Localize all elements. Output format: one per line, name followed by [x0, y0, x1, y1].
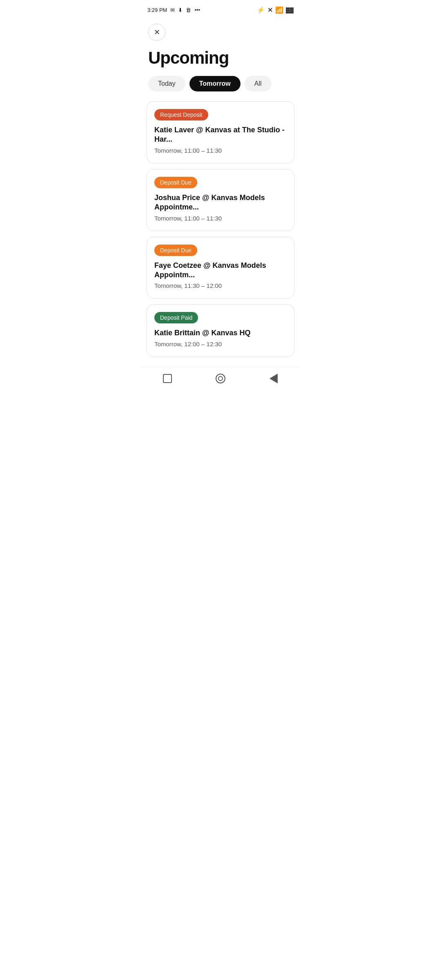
status-bar: 3:29 PM ✉ ⬇ 🗑 ••• ⚡ ✕ 📶 ▓▓: [141, 0, 300, 18]
appointment-card[interactable]: Request Deposit Katie Laver @ Kanvas at …: [147, 101, 294, 163]
status-left: 3:29 PM ✉ ⬇ 🗑 •••: [147, 7, 200, 13]
triangle-icon: [270, 374, 278, 383]
badge-deposit-due-2: Deposit Due: [154, 245, 197, 256]
appointment-title: Katie Brittain @ Kanvas HQ: [154, 328, 287, 338]
filter-tabs: Today Tomorrow All: [141, 76, 300, 101]
appointments-list: Request Deposit Katie Laver @ Kanvas at …: [141, 101, 300, 357]
appointment-time: Tomorrow, 12:00 – 12:30: [154, 341, 287, 347]
close-icon: ✕: [154, 28, 160, 37]
download-icon: ⬇: [178, 7, 183, 13]
appointment-title: Katie Laver @ Kanvas at The Studio - Har…: [154, 125, 287, 145]
appointment-time: Tomorrow, 11:30 – 12:00: [154, 282, 287, 289]
mail-icon: ✉: [170, 7, 175, 13]
badge-deposit-due: Deposit Due: [154, 177, 197, 188]
tab-all[interactable]: All: [245, 76, 272, 91]
page-title: Upcoming: [141, 45, 300, 76]
appointment-card[interactable]: Deposit Due Joshua Price @ Kanvas Models…: [147, 169, 294, 231]
appointment-card[interactable]: Deposit Due Faye Coetzee @ Kanvas Models…: [147, 237, 294, 299]
wifi-icon: 📶: [275, 6, 283, 14]
more-icon: •••: [194, 7, 200, 13]
status-right: ⚡ ✕ 📶 ▓▓: [257, 6, 294, 14]
nav-home-button[interactable]: [162, 373, 173, 384]
badge-deposit-paid: Deposit Paid: [154, 312, 198, 323]
nav-bar: [141, 367, 300, 392]
bluetooth-icon: ⚡: [257, 6, 265, 14]
delete-icon: 🗑: [186, 7, 191, 13]
appointment-title: Faye Coetzee @ Kanvas Models Appointm...: [154, 261, 287, 280]
appointment-card[interactable]: Deposit Paid Katie Brittain @ Kanvas HQ …: [147, 304, 294, 356]
badge-request-deposit: Request Deposit: [154, 109, 208, 120]
close-button-container: ✕: [141, 18, 300, 45]
nav-home-circle-button[interactable]: [215, 373, 226, 384]
close-button[interactable]: ✕: [148, 24, 165, 41]
status-time: 3:29 PM: [147, 7, 167, 13]
tab-tomorrow[interactable]: Tomorrow: [189, 76, 241, 91]
nav-back-button[interactable]: [268, 373, 279, 384]
appointment-time: Tomorrow, 11:00 – 11:30: [154, 215, 287, 222]
signal-icon: ✕: [267, 6, 273, 14]
battery-icon: ▓▓: [286, 7, 294, 13]
tab-today[interactable]: Today: [148, 76, 185, 91]
circle-icon: [216, 374, 225, 383]
square-icon: [163, 374, 172, 383]
appointment-time: Tomorrow, 11:00 – 11:30: [154, 147, 287, 154]
appointment-title: Joshua Price @ Kanvas Models Appointme..…: [154, 193, 287, 212]
